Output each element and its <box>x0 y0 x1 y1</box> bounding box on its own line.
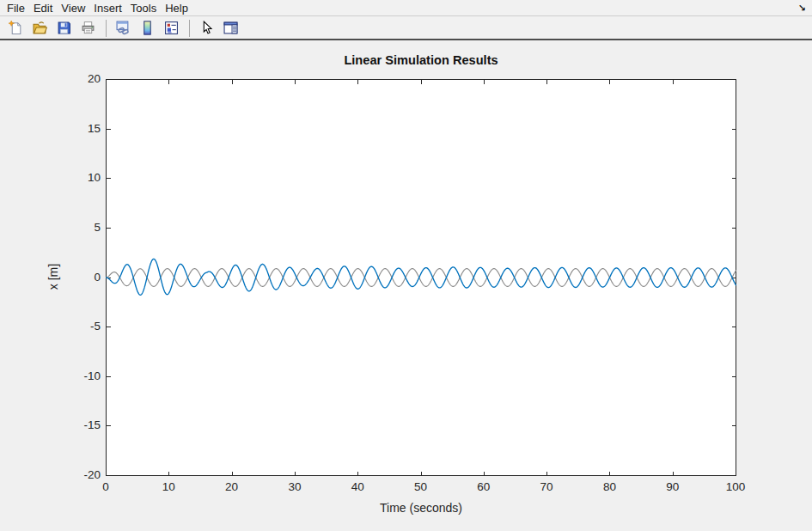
menu-item-edit[interactable]: Edit <box>29 0 57 16</box>
y-tick-label: 10 <box>34 170 101 186</box>
colorbar-icon <box>140 21 155 35</box>
y-tick-label: 0 <box>34 270 101 285</box>
x-tick-label: 30 <box>269 480 321 494</box>
legend-icon <box>164 21 179 35</box>
y-tick-label: -10 <box>34 369 101 384</box>
menu-item-view[interactable]: View <box>57 0 89 16</box>
y-tick-label: -15 <box>34 418 101 433</box>
x-tick-label: 100 <box>710 480 761 494</box>
menu-item-help[interactable]: Help <box>161 0 192 16</box>
x-tick-label: 40 <box>332 480 383 494</box>
menu-item-insert[interactable]: Insert <box>89 0 126 16</box>
x-tick-label: 80 <box>583 480 635 494</box>
pointer-button[interactable] <box>195 17 218 40</box>
x-tick-label: 20 <box>206 480 258 494</box>
plot-title: Linear Simulation Results <box>106 53 736 67</box>
link-plot-button[interactable] <box>112 17 135 40</box>
open-folder-icon <box>33 21 47 35</box>
dock-figure-icon[interactable]: ↘ <box>798 0 806 15</box>
x-tick-label: 10 <box>143 480 194 494</box>
insert-colorbar-button[interactable] <box>136 17 159 40</box>
x-tick-label: 50 <box>395 480 447 494</box>
y-tick-label: 20 <box>34 71 101 87</box>
x-axis-label: Time (seconds) <box>106 501 736 515</box>
x-tick-label: 0 <box>80 480 131 494</box>
new-figure-button[interactable] <box>4 17 27 40</box>
new-document-icon <box>9 21 23 35</box>
open-file-button[interactable] <box>28 17 52 40</box>
save-icon <box>57 21 71 35</box>
toolbar-separator <box>106 20 107 37</box>
print-icon <box>81 21 95 35</box>
x-tick-label: 70 <box>521 480 572 494</box>
pointer-icon <box>199 21 214 35</box>
plot-tools-icon <box>223 21 238 35</box>
plot-canvas <box>106 79 736 476</box>
menu-item-file[interactable]: File <box>3 0 29 16</box>
link-plot-icon <box>116 21 131 35</box>
menu-bar: FileEditViewInsertToolsHelp↘ <box>0 0 812 16</box>
y-tick-label: 15 <box>34 121 101 137</box>
insert-legend-button[interactable] <box>160 17 183 40</box>
save-figure-button[interactable] <box>52 17 76 40</box>
plot-tools-button[interactable] <box>219 17 242 40</box>
y-tick-label: -5 <box>34 319 101 334</box>
x-tick-label: 60 <box>458 480 510 494</box>
y-axis-label: x [m] <box>46 264 60 290</box>
menu-item-tools[interactable]: Tools <box>126 0 161 16</box>
x-tick-label: 90 <box>647 480 699 494</box>
toolbar <box>0 17 812 40</box>
print-figure-button[interactable] <box>76 17 100 40</box>
toolbar-separator <box>189 20 190 37</box>
y-tick-label: 5 <box>34 220 101 235</box>
figure-window: FileEditViewInsertToolsHelp↘ <box>0 0 812 531</box>
y-tick-label: -20 <box>34 467 101 483</box>
